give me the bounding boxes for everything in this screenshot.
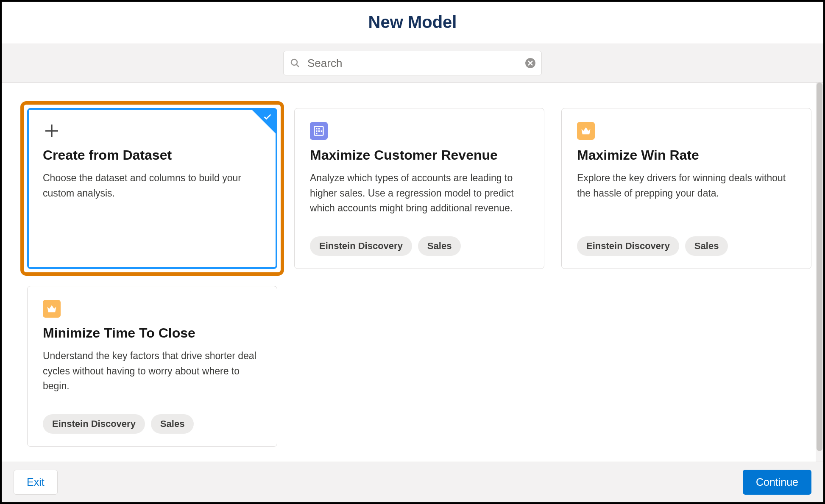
card-description: Analyze which types of accounts are lead… (310, 171, 529, 216)
card-minimize-time-to-close[interactable]: Minimize Time To CloseUnderstand the key… (27, 286, 277, 447)
card-title: Maximize Win Rate (577, 147, 796, 163)
card-description: Explore the key drivers for winning deal… (577, 171, 796, 201)
search-bar (2, 44, 823, 83)
card-title: Maximize Customer Revenue (310, 147, 529, 163)
crown-icon (43, 300, 61, 318)
search-input[interactable] (283, 51, 542, 75)
card-description: Understand the key factors that drive sh… (43, 349, 262, 394)
tag: Einstein Discovery (310, 236, 412, 256)
tag: Einstein Discovery (43, 414, 145, 434)
clear-search-icon[interactable] (525, 58, 536, 69)
crown-icon (577, 122, 595, 140)
content-area: Create from DatasetChoose the dataset an… (2, 83, 823, 462)
svg-rect-6 (316, 128, 318, 130)
svg-rect-10 (321, 130, 323, 132)
svg-rect-7 (318, 128, 320, 130)
exit-button[interactable]: Exit (14, 470, 58, 495)
search-icon (290, 58, 300, 68)
plus-icon (43, 122, 61, 140)
svg-rect-9 (318, 130, 320, 132)
card-tags: Einstein DiscoverySales (43, 414, 262, 434)
modal-footer: Exit Continue (2, 462, 823, 502)
tag: Einstein Discovery (577, 236, 679, 256)
tag: Sales (685, 236, 728, 256)
scrollbar-thumb[interactable] (817, 83, 822, 451)
tag: Sales (418, 236, 461, 256)
tag: Sales (151, 414, 194, 434)
card-maximize-win-rate[interactable]: Maximize Win RateExplore the key drivers… (561, 108, 811, 269)
card-create-from-dataset[interactable]: Create from DatasetChoose the dataset an… (27, 108, 277, 269)
svg-rect-11 (316, 133, 318, 135)
checkmark-icon (263, 112, 272, 122)
page-title: New Model (2, 13, 823, 32)
scrollbar-track[interactable] (816, 83, 823, 462)
search-wrap (283, 51, 542, 75)
card-tags: Einstein DiscoverySales (310, 236, 529, 256)
modal-header: New Model (2, 2, 823, 44)
svg-line-1 (296, 64, 299, 67)
card-title: Create from Dataset (43, 147, 262, 163)
continue-button[interactable]: Continue (743, 470, 811, 495)
cards-grid: Create from DatasetChoose the dataset an… (14, 108, 811, 447)
card-description: Choose the dataset and columns to build … (43, 171, 262, 201)
card-tags: Einstein DiscoverySales (577, 236, 796, 256)
grid-icon (310, 122, 328, 140)
card-title: Minimize Time To Close (43, 325, 262, 341)
svg-rect-8 (316, 130, 318, 132)
svg-point-0 (291, 59, 297, 65)
card-maximize-customer-revenue[interactable]: Maximize Customer RevenueAnalyze which t… (294, 108, 544, 269)
